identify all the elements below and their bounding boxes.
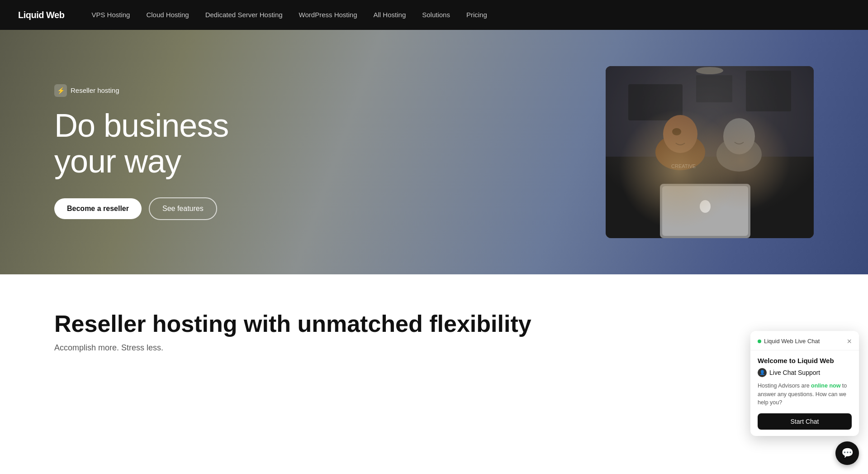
become-reseller-button[interactable]: Become a reseller — [54, 198, 142, 219]
badge-text: Reseller hosting — [71, 86, 119, 94]
chat-header-info: Liquid Web Live Chat — [758, 338, 820, 345]
hero-title-line2: your way — [54, 143, 181, 179]
nav-links: VPS HostingCloud HostingDedicated Server… — [91, 11, 487, 19]
chat-popup-body: Welcome to Liquid Web 👤 Live Chat Suppor… — [750, 350, 859, 389]
svg-point-10 — [723, 118, 755, 154]
svg-point-8 — [672, 128, 681, 135]
badge-icon: ⚡ — [54, 84, 67, 97]
chat-online-dot — [758, 340, 761, 343]
chat-popup-header: Liquid Web Live Chat × — [750, 331, 859, 350]
hero-photo: CREATIVE — [606, 66, 814, 238]
chat-close-button[interactable]: × — [847, 337, 852, 345]
section-subtitle: Accomplish more. Stress less. — [54, 343, 814, 353]
chat-widget: Liquid Web Live Chat × Welcome to Liquid… — [750, 331, 859, 389]
chat-online-link[interactable]: online now — [811, 383, 840, 389]
section-title: Reseller hosting with unmatched flexibil… — [54, 311, 814, 338]
svg-point-6 — [655, 134, 705, 170]
chat-support-row: 👤 Live Chat Support — [758, 368, 852, 377]
see-features-button[interactable]: See features — [149, 197, 217, 220]
hero-content: ⚡ Reseller hosting Do business your way … — [54, 84, 606, 220]
svg-rect-1 — [606, 66, 814, 157]
chat-support-label: Live Chat Support — [769, 369, 820, 376]
nav-link-dedicated-server-hosting[interactable]: Dedicated Server Hosting — [205, 11, 283, 19]
svg-rect-11 — [660, 184, 750, 238]
nav-link-solutions[interactable]: Solutions — [422, 11, 450, 19]
nav-link-cloud-hosting[interactable]: Cloud Hosting — [146, 11, 189, 19]
content-section: Reseller hosting with unmatched flexibil… — [0, 274, 868, 389]
brand-logo[interactable]: Liquid Web — [18, 10, 64, 20]
chat-support-avatar: 👤 — [758, 368, 767, 377]
hero-title-line1: Do business — [54, 107, 228, 144]
svg-point-9 — [716, 137, 762, 172]
navigation: Liquid Web VPS HostingCloud HostingDedic… — [0, 0, 868, 30]
svg-point-13 — [700, 200, 711, 213]
hero-image: CREATIVE — [606, 66, 814, 238]
svg-point-7 — [663, 115, 697, 153]
svg-point-5 — [696, 67, 723, 74]
chat-popup: Liquid Web Live Chat × Welcome to Liquid… — [750, 331, 859, 389]
nav-link-all-hosting[interactable]: All Hosting — [374, 11, 406, 19]
svg-rect-0 — [606, 66, 814, 238]
hero-title: Do business your way — [54, 108, 606, 179]
svg-rect-12 — [662, 186, 748, 236]
chat-welcome-title: Welcome to Liquid Web — [758, 357, 852, 364]
hero-buttons: Become a reseller See features — [54, 197, 606, 220]
hero-section: ⚡ Reseller hosting Do business your way … — [0, 30, 868, 274]
chat-header-label: Liquid Web Live Chat — [764, 338, 820, 345]
nav-link-wordpress-hosting[interactable]: WordPress Hosting — [299, 11, 357, 19]
svg-rect-4 — [746, 71, 791, 111]
svg-rect-2 — [628, 84, 683, 120]
chat-body-prefix: Hosting Advisors are — [758, 383, 811, 389]
svg-rect-3 — [696, 75, 732, 102]
nav-link-pricing[interactable]: Pricing — [466, 11, 487, 19]
hero-badge: ⚡ Reseller hosting — [54, 84, 606, 97]
svg-text:CREATIVE: CREATIVE — [671, 163, 696, 169]
nav-link-vps-hosting[interactable]: VPS Hosting — [91, 11, 130, 19]
chat-body-text: Hosting Advisors are online now to answe… — [758, 382, 852, 389]
